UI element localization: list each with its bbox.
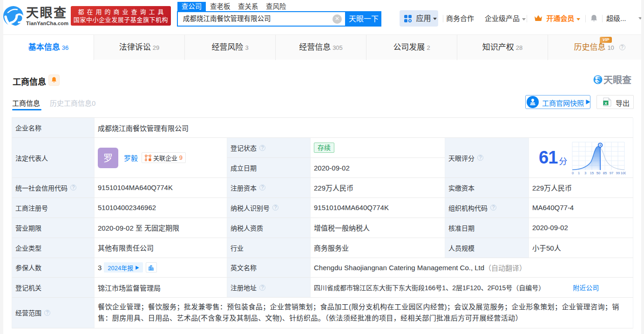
svg-text:85: 85 [603,171,607,175]
svg-text:99: 99 [616,171,620,175]
svg-text:50: 50 [597,171,600,175]
svg-text:0: 0 [572,171,574,175]
svg-text:1: 1 [578,171,580,175]
svg-text:15: 15 [590,171,594,175]
svg-text:97: 97 [610,171,613,175]
svg-text:X: X [604,101,607,106]
svg-text:3: 3 [584,171,586,175]
svg-text:100: 100 [621,171,626,175]
svg-text:天眼查: 天眼查 [603,75,631,85]
